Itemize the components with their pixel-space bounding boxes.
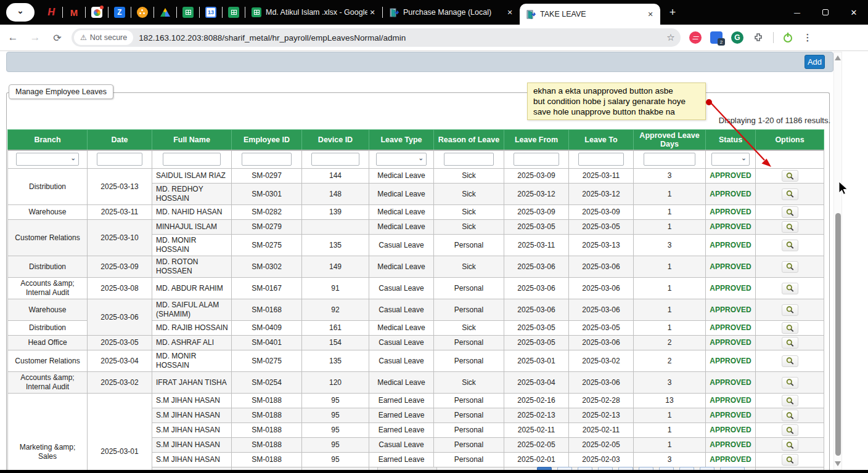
cell-leave-type: Casual Leave	[369, 438, 434, 453]
view-leave-button[interactable]	[782, 261, 798, 273]
filter-select-status[interactable]	[711, 153, 749, 166]
cell-options	[756, 220, 824, 235]
close-tab-icon[interactable]	[505, 7, 515, 17]
view-leave-button[interactable]	[782, 355, 798, 367]
filter-select-leave-type[interactable]	[376, 153, 427, 166]
cell-device-id: 95	[302, 394, 369, 408]
status-badge: APPROVED	[706, 336, 756, 350]
bookmark-star-icon[interactable]	[663, 30, 678, 45]
cell-leave-type: Earned Leave	[369, 423, 434, 438]
cell-leave-from: 2025-03-04	[504, 372, 569, 394]
scrollbar-down-icon[interactable]	[835, 461, 841, 466]
filter-input-leave-from[interactable]	[514, 153, 560, 166]
close-tab-icon[interactable]	[645, 9, 655, 19]
gmail-icon[interactable]: M	[68, 7, 80, 18]
forward-button[interactable]	[26, 28, 44, 47]
tab-search-button[interactable]	[6, 3, 35, 22]
status-badge: APPROVED	[706, 235, 756, 256]
scrollbar-up-icon[interactable]	[835, 55, 841, 60]
cell-leave-type: Medical Leave	[369, 205, 434, 220]
logo-h-icon[interactable]: H	[46, 7, 57, 18]
cell-leave-from: 2025-03-01	[504, 350, 569, 372]
cell-leave-from: 2025-03-12	[504, 184, 569, 205]
view-leave-button[interactable]	[782, 240, 798, 251]
view-leave-button[interactable]	[782, 304, 798, 316]
extension-red-icon[interactable]	[689, 31, 702, 44]
view-leave-button[interactable]	[782, 188, 798, 200]
cell-leave-to: 2025-03-06	[569, 372, 634, 394]
cell-reason: Sick	[434, 372, 504, 394]
status-badge: APPROVED	[706, 438, 756, 453]
cell-leave-type: Medical Leave	[369, 169, 434, 184]
filter-row	[8, 150, 824, 169]
status-badge: APPROVED	[706, 423, 756, 438]
close-window-button[interactable]	[840, 0, 868, 25]
calendar-13-icon[interactable]: 13	[205, 7, 216, 18]
filter-input-employee-id[interactable]	[242, 153, 292, 166]
tab-google-sheet[interactable]: Md. Atikul Islam .xlsx - Google	[245, 0, 382, 25]
cell-reason: Personal	[434, 438, 504, 453]
view-leave-button[interactable]	[782, 410, 798, 421]
cell-options	[756, 453, 824, 467]
close-tab-icon[interactable]	[367, 7, 377, 17]
filter-input-approved-leave-days[interactable]	[644, 153, 695, 166]
cell-approved-days: 1	[634, 423, 706, 438]
filter-input-reason-of-leave[interactable]	[444, 153, 494, 166]
cell-reason: Sick	[434, 205, 504, 220]
cell-leave-to: 2025-02-03	[569, 453, 634, 467]
view-leave-button[interactable]	[782, 206, 798, 218]
address-bar[interactable]: Not secure 182.163.102.203:8088/sharif_m…	[72, 28, 681, 47]
warning-icon	[80, 33, 87, 42]
minimize-button[interactable]	[783, 0, 811, 25]
view-leave-button[interactable]	[782, 283, 798, 294]
magnifier-icon	[786, 190, 794, 198]
column-header: Full Name	[152, 130, 232, 150]
cell-device-id: 91	[302, 278, 369, 299]
view-leave-button[interactable]	[782, 221, 798, 233]
grammarly-icon[interactable]: G	[731, 31, 743, 44]
tab-title: TAKE LEAVE	[540, 10, 645, 18]
view-leave-button[interactable]	[782, 322, 798, 334]
filter-input-date[interactable]	[97, 153, 143, 166]
extension-blue-icon[interactable]: 2	[710, 31, 723, 44]
drive-icon[interactable]	[160, 7, 171, 18]
tab-purchase-manage[interactable]: Purchase Manage (Local)	[383, 0, 520, 25]
back-button[interactable]	[4, 28, 22, 47]
reload-button[interactable]	[48, 28, 67, 47]
add-button[interactable]: Add	[805, 55, 825, 69]
filter-input-full-name[interactable]	[163, 153, 221, 166]
cell-approved-days: 1	[634, 438, 706, 453]
new-tab-button[interactable]	[664, 4, 681, 21]
orange-dots-icon[interactable]	[137, 7, 148, 18]
photos-icon[interactable]	[91, 7, 102, 18]
view-leave-button[interactable]	[782, 424, 798, 436]
panel-legend: Manage Employee Leaves	[9, 84, 113, 99]
zoho-z-icon[interactable]: Z	[114, 7, 125, 18]
tab-take-leave-active[interactable]: TAKE LEAVE	[520, 4, 660, 25]
cell-leave-type: Medical Leave	[369, 372, 434, 394]
sheets-icon[interactable]	[182, 7, 194, 18]
site-security-chip[interactable]: Not secure	[74, 30, 133, 45]
power-icon[interactable]	[782, 31, 794, 44]
extensions-puzzle-icon[interactable]	[752, 31, 764, 44]
view-leave-button[interactable]	[782, 337, 798, 349]
status-badge: APPROVED	[706, 453, 756, 467]
magnifier-icon	[786, 172, 794, 180]
view-leave-button[interactable]	[782, 395, 798, 406]
view-leave-button[interactable]	[782, 454, 798, 466]
view-leave-button[interactable]	[782, 439, 798, 451]
cell-branch: Marketing &amp; Sales	[8, 394, 88, 473]
cell-approved-days: 3	[634, 453, 706, 467]
maximize-button[interactable]	[811, 0, 840, 25]
view-leave-button[interactable]	[782, 377, 798, 389]
filter-input-device-id[interactable]	[311, 153, 359, 166]
sheets-icon[interactable]	[228, 7, 239, 18]
view-leave-button[interactable]	[782, 170, 798, 182]
filter-select-branch[interactable]	[16, 153, 79, 166]
filter-input-leave-to[interactable]	[578, 153, 624, 166]
cell-device-id: 148	[302, 184, 369, 205]
cell-employee-id: SM-0275	[232, 235, 302, 256]
cell-approved-days: 2	[634, 350, 706, 372]
menu-kebab-icon[interactable]	[803, 32, 813, 43]
scrollbar-thumb[interactable]	[835, 213, 841, 456]
